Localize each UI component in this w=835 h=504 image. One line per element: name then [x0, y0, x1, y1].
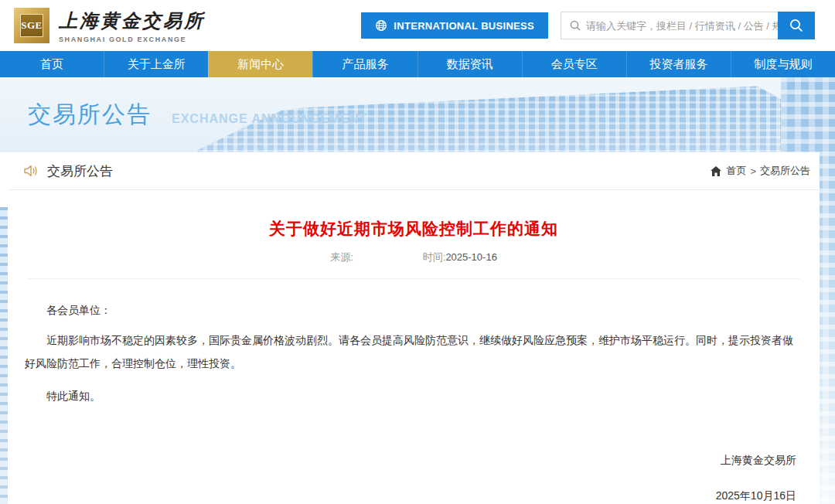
brand-name-en: SHANGHAI GOLD EXCHANGE [59, 36, 205, 43]
nav-item-rules[interactable]: 制度与规则 [731, 51, 835, 77]
home-icon [711, 166, 726, 176]
section-header: 交易所公告 首页 > 交易所公告 [8, 152, 820, 190]
search-box [561, 12, 815, 39]
section-title: 交易所公告 [47, 162, 113, 180]
globe-icon [375, 19, 394, 32]
brand-name-cn: 上海黄金交易所 [59, 9, 205, 33]
sge-logo-icon: SGE [14, 8, 49, 43]
nav-item-investor-services[interactable]: 投资者服务 [626, 51, 731, 77]
breadcrumb: 首页 > 交易所公告 [711, 164, 810, 178]
article-time: 时间:2025-10-16 [423, 250, 497, 264]
search-button[interactable] [778, 12, 815, 39]
search-input[interactable] [586, 12, 778, 39]
logo-text: 上海黄金交易所 SHANGHAI GOLD EXCHANGE [59, 9, 205, 43]
nav-item-news-center[interactable]: 新闻中心 [208, 51, 312, 77]
banner-title-en: EXCHANGE ANNOUNCEMENT [172, 112, 367, 126]
article-paragraph-greeting: 各会员单位： [25, 298, 803, 322]
header-actions: INTERNATIONAL BUSINESS [361, 12, 815, 39]
meta-divider [27, 278, 800, 279]
site-logo[interactable]: SGE 上海黄金交易所 SHANGHAI GOLD EXCHANGE [14, 8, 205, 43]
signature-date: 2025年10月16日 [31, 489, 796, 503]
signature-name: 上海黄金交易所 [31, 454, 796, 468]
nav-item-members[interactable]: 会员专区 [522, 51, 626, 77]
nav-item-home[interactable]: 首页 [0, 51, 104, 77]
site-header: SGE 上海黄金交易所 SHANGHAI GOLD EXCHANGE INTER… [0, 0, 835, 51]
search-field-icon [561, 12, 586, 39]
announcement-speaker-icon [23, 163, 39, 179]
breadcrumb-home[interactable]: 首页 [726, 164, 746, 178]
content-card: 交易所公告 首页 > 交易所公告 关于做好近期市场风险控制工作的通知 来源: 时… [8, 152, 820, 504]
building-graphic-left [0, 207, 8, 504]
nav-item-about[interactable]: 关于上金所 [104, 51, 208, 77]
international-business-label: INTERNATIONAL BUSINESS [394, 20, 534, 32]
search-icon [789, 18, 804, 33]
signature-block: 上海黄金交易所 2025年10月16日 [8, 454, 820, 503]
article-title: 关于做好近期市场风险控制工作的通知 [8, 218, 820, 240]
page-banner: 交易所公告 EXCHANGE ANNOUNCEMENT [0, 77, 835, 152]
breadcrumb-current[interactable]: 交易所公告 [760, 164, 810, 178]
nav-item-products[interactable]: 产品服务 [312, 51, 417, 77]
international-business-button[interactable]: INTERNATIONAL BUSINESS [361, 12, 548, 39]
article-meta: 来源: 时间:2025-10-16 [8, 250, 820, 264]
article-source-label: 来源: [330, 250, 353, 264]
article-body: 各会员单位： 近期影响市场不稳定的因素较多，国际贵金属价格波动剧烈。请各会员提高… [8, 298, 820, 407]
main-nav: 首页 关于上金所 新闻中心 产品服务 数据资讯 会员专区 投资者服务 制度与规则 [0, 51, 835, 77]
banner-title-cn: 交易所公告 [28, 99, 152, 131]
article-time-value: 2025-10-16 [445, 251, 497, 263]
article-paragraph-main: 近期影响市场不稳定的因素较多，国际贵金属价格波动剧烈。请各会员提高风险防范意识，… [25, 329, 803, 375]
breadcrumb-separator: > [750, 165, 756, 177]
article-time-label: 时间: [423, 251, 446, 263]
nav-item-data[interactable]: 数据资讯 [418, 51, 522, 77]
article-paragraph-close: 特此通知。 [25, 384, 803, 407]
sge-logo-acronym: SGE [20, 14, 43, 37]
